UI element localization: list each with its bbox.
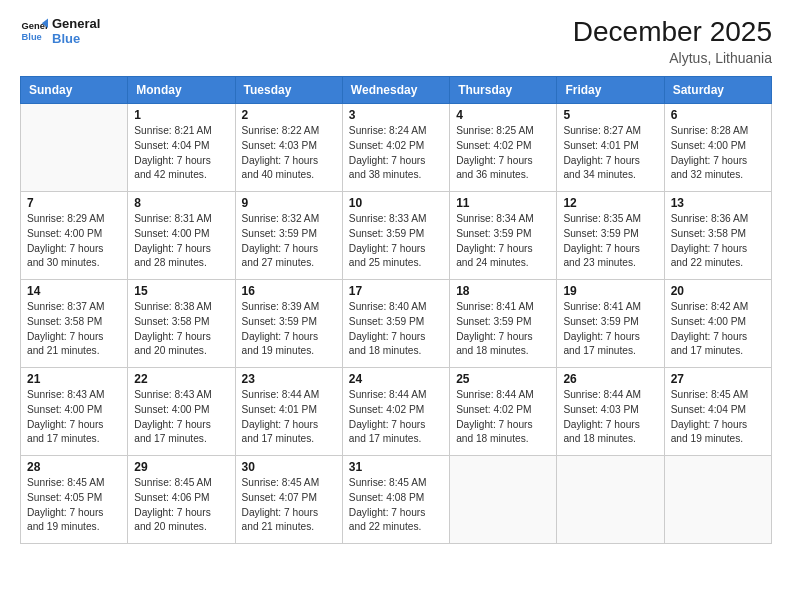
day-number: 3 (349, 108, 443, 122)
day-info: Sunrise: 8:43 AM Sunset: 4:00 PM Dayligh… (134, 388, 228, 447)
day-number: 2 (242, 108, 336, 122)
logo-text-general: General (52, 16, 100, 31)
weekday-header-sunday: Sunday (21, 77, 128, 104)
calendar-cell: 4Sunrise: 8:25 AM Sunset: 4:02 PM Daylig… (450, 104, 557, 192)
calendar-cell: 19Sunrise: 8:41 AM Sunset: 3:59 PM Dayli… (557, 280, 664, 368)
day-number: 4 (456, 108, 550, 122)
calendar-cell: 20Sunrise: 8:42 AM Sunset: 4:00 PM Dayli… (664, 280, 771, 368)
calendar-cell: 26Sunrise: 8:44 AM Sunset: 4:03 PM Dayli… (557, 368, 664, 456)
calendar-page: General Blue General Blue December 2025 … (0, 0, 792, 612)
day-number: 8 (134, 196, 228, 210)
day-info: Sunrise: 8:43 AM Sunset: 4:00 PM Dayligh… (27, 388, 121, 447)
calendar-week-row: 7Sunrise: 8:29 AM Sunset: 4:00 PM Daylig… (21, 192, 772, 280)
day-number: 25 (456, 372, 550, 386)
day-info: Sunrise: 8:45 AM Sunset: 4:04 PM Dayligh… (671, 388, 765, 447)
day-info: Sunrise: 8:24 AM Sunset: 4:02 PM Dayligh… (349, 124, 443, 183)
day-number: 23 (242, 372, 336, 386)
calendar-week-row: 14Sunrise: 8:37 AM Sunset: 3:58 PM Dayli… (21, 280, 772, 368)
day-number: 31 (349, 460, 443, 474)
calendar-cell: 2Sunrise: 8:22 AM Sunset: 4:03 PM Daylig… (235, 104, 342, 192)
calendar-header-row: SundayMondayTuesdayWednesdayThursdayFrid… (21, 77, 772, 104)
calendar-cell: 10Sunrise: 8:33 AM Sunset: 3:59 PM Dayli… (342, 192, 449, 280)
day-info: Sunrise: 8:45 AM Sunset: 4:06 PM Dayligh… (134, 476, 228, 535)
day-info: Sunrise: 8:29 AM Sunset: 4:00 PM Dayligh… (27, 212, 121, 271)
calendar-cell: 13Sunrise: 8:36 AM Sunset: 3:58 PM Dayli… (664, 192, 771, 280)
weekday-header-wednesday: Wednesday (342, 77, 449, 104)
calendar-cell: 3Sunrise: 8:24 AM Sunset: 4:02 PM Daylig… (342, 104, 449, 192)
day-number: 15 (134, 284, 228, 298)
day-number: 13 (671, 196, 765, 210)
weekday-header-friday: Friday (557, 77, 664, 104)
day-number: 10 (349, 196, 443, 210)
calendar-cell: 27Sunrise: 8:45 AM Sunset: 4:04 PM Dayli… (664, 368, 771, 456)
day-number: 16 (242, 284, 336, 298)
day-info: Sunrise: 8:44 AM Sunset: 4:01 PM Dayligh… (242, 388, 336, 447)
day-info: Sunrise: 8:44 AM Sunset: 4:03 PM Dayligh… (563, 388, 657, 447)
day-info: Sunrise: 8:31 AM Sunset: 4:00 PM Dayligh… (134, 212, 228, 271)
day-info: Sunrise: 8:38 AM Sunset: 3:58 PM Dayligh… (134, 300, 228, 359)
day-info: Sunrise: 8:41 AM Sunset: 3:59 PM Dayligh… (456, 300, 550, 359)
calendar-cell: 12Sunrise: 8:35 AM Sunset: 3:59 PM Dayli… (557, 192, 664, 280)
day-number: 5 (563, 108, 657, 122)
calendar-cell: 18Sunrise: 8:41 AM Sunset: 3:59 PM Dayli… (450, 280, 557, 368)
day-info: Sunrise: 8:32 AM Sunset: 3:59 PM Dayligh… (242, 212, 336, 271)
calendar-cell: 23Sunrise: 8:44 AM Sunset: 4:01 PM Dayli… (235, 368, 342, 456)
calendar-cell: 14Sunrise: 8:37 AM Sunset: 3:58 PM Dayli… (21, 280, 128, 368)
day-info: Sunrise: 8:35 AM Sunset: 3:59 PM Dayligh… (563, 212, 657, 271)
calendar-cell: 5Sunrise: 8:27 AM Sunset: 4:01 PM Daylig… (557, 104, 664, 192)
day-number: 11 (456, 196, 550, 210)
weekday-header-thursday: Thursday (450, 77, 557, 104)
day-number: 20 (671, 284, 765, 298)
logo-icon: General Blue (20, 17, 48, 45)
day-info: Sunrise: 8:45 AM Sunset: 4:07 PM Dayligh… (242, 476, 336, 535)
calendar-cell: 29Sunrise: 8:45 AM Sunset: 4:06 PM Dayli… (128, 456, 235, 544)
calendar-cell: 9Sunrise: 8:32 AM Sunset: 3:59 PM Daylig… (235, 192, 342, 280)
weekday-header-tuesday: Tuesday (235, 77, 342, 104)
day-info: Sunrise: 8:39 AM Sunset: 3:59 PM Dayligh… (242, 300, 336, 359)
day-number: 18 (456, 284, 550, 298)
calendar-cell (450, 456, 557, 544)
calendar-cell (664, 456, 771, 544)
calendar-cell (21, 104, 128, 192)
calendar-cell: 1Sunrise: 8:21 AM Sunset: 4:04 PM Daylig… (128, 104, 235, 192)
calendar-cell: 16Sunrise: 8:39 AM Sunset: 3:59 PM Dayli… (235, 280, 342, 368)
day-info: Sunrise: 8:41 AM Sunset: 3:59 PM Dayligh… (563, 300, 657, 359)
day-info: Sunrise: 8:22 AM Sunset: 4:03 PM Dayligh… (242, 124, 336, 183)
calendar-table: SundayMondayTuesdayWednesdayThursdayFrid… (20, 76, 772, 544)
day-info: Sunrise: 8:44 AM Sunset: 4:02 PM Dayligh… (456, 388, 550, 447)
day-info: Sunrise: 8:36 AM Sunset: 3:58 PM Dayligh… (671, 212, 765, 271)
month-title: December 2025 (573, 16, 772, 48)
day-info: Sunrise: 8:33 AM Sunset: 3:59 PM Dayligh… (349, 212, 443, 271)
weekday-header-monday: Monday (128, 77, 235, 104)
day-info: Sunrise: 8:40 AM Sunset: 3:59 PM Dayligh… (349, 300, 443, 359)
day-number: 30 (242, 460, 336, 474)
page-header: General Blue General Blue December 2025 … (20, 16, 772, 66)
calendar-cell: 15Sunrise: 8:38 AM Sunset: 3:58 PM Dayli… (128, 280, 235, 368)
day-number: 19 (563, 284, 657, 298)
day-number: 24 (349, 372, 443, 386)
day-number: 21 (27, 372, 121, 386)
calendar-cell (557, 456, 664, 544)
weekday-header-saturday: Saturday (664, 77, 771, 104)
day-info: Sunrise: 8:37 AM Sunset: 3:58 PM Dayligh… (27, 300, 121, 359)
day-number: 1 (134, 108, 228, 122)
day-info: Sunrise: 8:34 AM Sunset: 3:59 PM Dayligh… (456, 212, 550, 271)
title-block: December 2025 Alytus, Lithuania (573, 16, 772, 66)
day-number: 6 (671, 108, 765, 122)
calendar-cell: 6Sunrise: 8:28 AM Sunset: 4:00 PM Daylig… (664, 104, 771, 192)
svg-text:Blue: Blue (22, 32, 42, 42)
day-info: Sunrise: 8:44 AM Sunset: 4:02 PM Dayligh… (349, 388, 443, 447)
calendar-cell: 8Sunrise: 8:31 AM Sunset: 4:00 PM Daylig… (128, 192, 235, 280)
calendar-cell: 11Sunrise: 8:34 AM Sunset: 3:59 PM Dayli… (450, 192, 557, 280)
location: Alytus, Lithuania (573, 50, 772, 66)
day-number: 17 (349, 284, 443, 298)
logo-text-blue: Blue (52, 31, 100, 46)
day-number: 29 (134, 460, 228, 474)
day-info: Sunrise: 8:27 AM Sunset: 4:01 PM Dayligh… (563, 124, 657, 183)
day-number: 22 (134, 372, 228, 386)
calendar-cell: 28Sunrise: 8:45 AM Sunset: 4:05 PM Dayli… (21, 456, 128, 544)
day-number: 28 (27, 460, 121, 474)
day-info: Sunrise: 8:25 AM Sunset: 4:02 PM Dayligh… (456, 124, 550, 183)
day-info: Sunrise: 8:45 AM Sunset: 4:05 PM Dayligh… (27, 476, 121, 535)
day-number: 12 (563, 196, 657, 210)
